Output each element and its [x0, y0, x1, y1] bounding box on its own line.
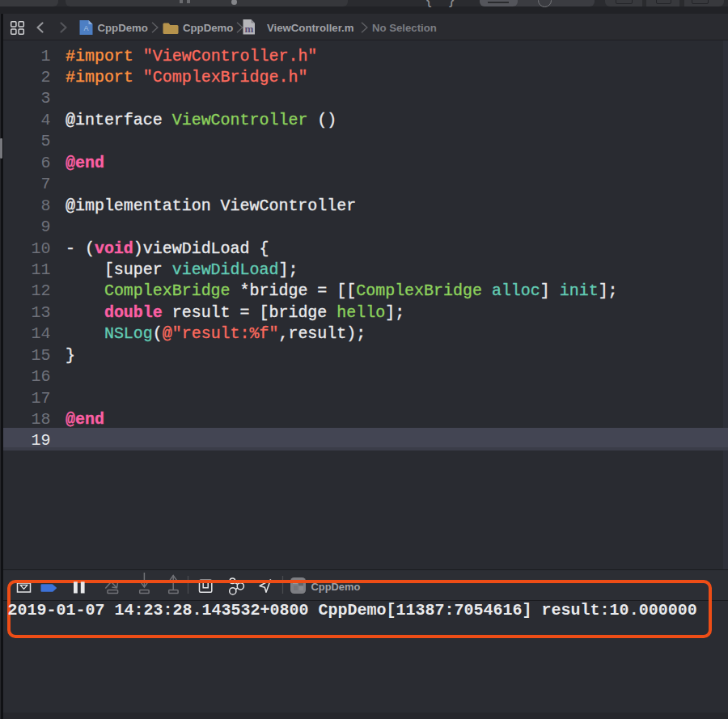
svg-text:A: A	[83, 24, 88, 32]
svg-text:m: m	[244, 23, 253, 35]
